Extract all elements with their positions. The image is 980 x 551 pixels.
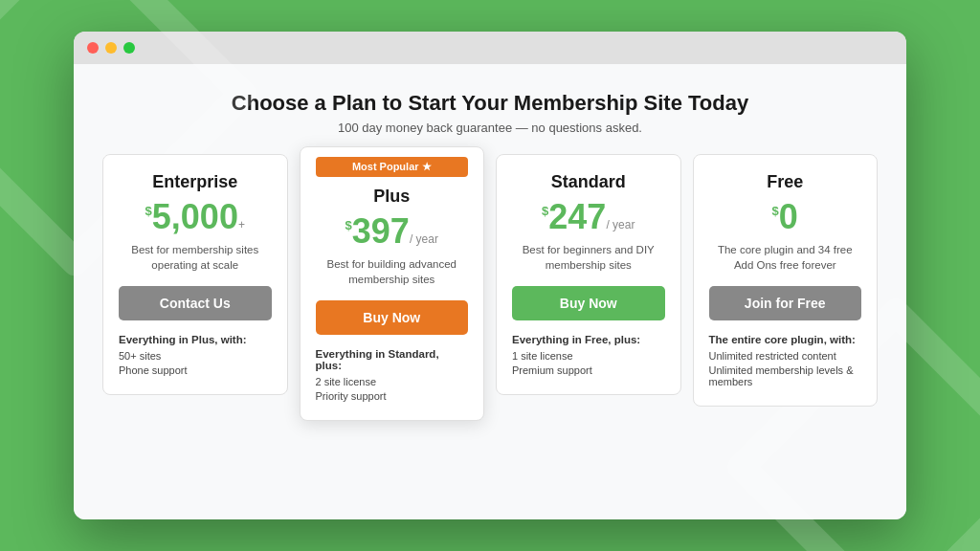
plan-name-standard: Standard (512, 172, 665, 192)
plan-price-free: $0 (709, 200, 862, 234)
plan-features-plus: Everything in Standard, plus: 2 site lic… (316, 348, 469, 402)
plan-desc-free: The core plugin and 34 free Add Ons free… (709, 242, 862, 273)
popular-badge: Most Popular ★ (316, 157, 469, 177)
close-button-icon[interactable] (87, 42, 99, 54)
feature-heading-plus: Everything in Standard, plus: (316, 348, 469, 371)
feature-heading-enterprise: Everything in Plus, with: (119, 334, 272, 345)
plan-features-enterprise: Everything in Plus, with: 50+ sites Phon… (119, 334, 272, 376)
plan-price-standard: $247/ year (512, 200, 665, 234)
plan-name-plus: Plus (316, 187, 469, 207)
feature-item: Phone support (119, 364, 272, 376)
plan-name-enterprise: Enterprise (119, 172, 272, 192)
price-suffix-standard: / year (606, 218, 635, 231)
price-amount-standard: 247 (548, 197, 606, 236)
plan-card-standard: Standard $247/ year Best for beginners a… (496, 154, 681, 395)
browser-window: Choose a Plan to Start Your Membership S… (74, 32, 906, 519)
plan-card-enterprise: Enterprise $5,000+ Best for membership s… (102, 154, 288, 395)
plan-card-plus: Most Popular ★ Plus $397/ year Best for … (300, 146, 485, 421)
feature-item: Priority support (316, 390, 469, 402)
join-for-free-button[interactable]: Join for Free (709, 286, 862, 320)
page-subtitle: 100 day money back guarantee — no questi… (232, 121, 748, 135)
feature-item: Unlimited membership levels & members (709, 364, 862, 387)
plan-name-free: Free (709, 172, 862, 192)
plan-desc-standard: Best for beginners and DIY membership si… (512, 242, 665, 273)
plan-desc-plus: Best for building advanced membership si… (316, 256, 469, 287)
price-suffix-plus: / year (410, 232, 438, 246)
contact-us-button[interactable]: Contact Us (119, 286, 272, 320)
feature-item: Premium support (512, 364, 665, 376)
buy-now-button-standard[interactable]: Buy Now (512, 286, 665, 320)
feature-item: 50+ sites (119, 350, 272, 362)
price-amount-enterprise: 5,000 (152, 197, 238, 236)
price-symbol-enterprise: $ (145, 204, 152, 218)
maximize-button-icon[interactable] (123, 42, 135, 54)
plan-features-free: The entire core plugin, with: Unlimited … (709, 334, 862, 387)
browser-content: Choose a Plan to Start Your Membership S… (74, 64, 906, 519)
feature-item: 1 site license (512, 350, 665, 362)
plan-price-plus: $397/ year (316, 214, 469, 249)
price-symbol-free: $ (772, 204, 779, 218)
price-amount-plus: 397 (352, 211, 410, 251)
plan-features-standard: Everything in Free, plus: 1 site license… (512, 334, 665, 376)
feature-item: Unlimited restricted content (709, 350, 862, 362)
plan-price-enterprise: $5,000+ (119, 200, 272, 234)
page-title: Choose a Plan to Start Your Membership S… (232, 91, 748, 116)
feature-item: 2 site license (316, 376, 469, 387)
pricing-cards-container: Enterprise $5,000+ Best for membership s… (102, 154, 878, 421)
page-heading: Choose a Plan to Start Your Membership S… (232, 91, 748, 135)
buy-now-button-plus[interactable]: Buy Now (316, 300, 469, 335)
price-symbol-plus: $ (345, 218, 352, 232)
feature-heading-standard: Everything in Free, plus: (512, 334, 665, 345)
plan-card-free: Free $0 The core plugin and 34 free Add … (693, 154, 879, 407)
browser-titlebar (74, 32, 906, 64)
plan-desc-enterprise: Best for membership sites operating at s… (119, 242, 272, 273)
price-suffix-enterprise: + (238, 218, 245, 231)
price-amount-free: 0 (779, 197, 798, 236)
feature-heading-free: The entire core plugin, with: (709, 334, 862, 345)
minimize-button-icon[interactable] (105, 42, 117, 54)
